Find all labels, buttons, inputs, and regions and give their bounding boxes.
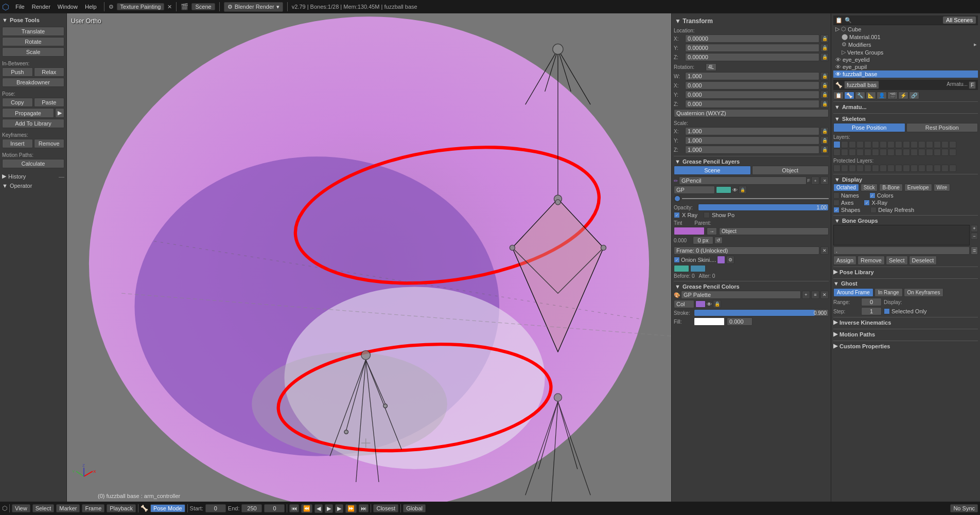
next-key-btn[interactable]: ⏩ <box>345 504 357 513</box>
layer-cell-11[interactable] <box>911 141 918 148</box>
workspace-close[interactable]: ✕ <box>167 4 172 10</box>
layer-cell-28[interactable] <box>918 149 925 156</box>
col-field[interactable]: Col <box>674 300 694 308</box>
col-color-swatch[interactable] <box>695 300 706 308</box>
layer-cell-16[interactable] <box>949 141 956 148</box>
location-y-field[interactable]: 0.00000 <box>685 44 819 52</box>
remove-keyframe-button[interactable]: Remove <box>34 139 65 148</box>
layer-cell-14[interactable] <box>934 141 941 148</box>
col-lock-btn[interactable]: 🔒 <box>713 300 721 308</box>
prot-layer-16[interactable] <box>949 165 956 172</box>
layer-cell-29[interactable] <box>926 149 933 156</box>
location-x-lock[interactable]: 🔒 <box>820 34 829 43</box>
opacity-slider[interactable]: 1.00 <box>698 204 829 211</box>
rotation-z-lock[interactable]: 🔒 <box>820 100 829 108</box>
gp-pencil-field[interactable]: GPencil <box>679 176 807 185</box>
bone-group-name-field[interactable]: . <box>833 246 970 255</box>
bone-group-list[interactable] <box>833 225 970 245</box>
all-scenes-tab[interactable]: All Scenes <box>943 16 976 24</box>
layer-cell-26[interactable] <box>903 149 910 156</box>
gp-layers-toggle[interactable]: ▼ <box>675 158 680 165</box>
gp-colors-toggle[interactable]: ▼ <box>675 283 680 290</box>
gp-palette-delete[interactable]: ✕ <box>820 291 829 299</box>
play-btn[interactable]: ▶ <box>325 504 333 513</box>
tint-color-swatch[interactable] <box>674 227 705 235</box>
blender-logo[interactable]: ⬡ <box>2 2 9 12</box>
layer-cell-17[interactable] <box>833 149 841 156</box>
prot-layer-6[interactable] <box>872 165 879 172</box>
layer-cell-12[interactable] <box>918 141 925 148</box>
location-z-field[interactable]: 0.00000 <box>685 53 819 61</box>
gp-palette-add[interactable]: + <box>802 291 810 299</box>
rotation-4l-badge[interactable]: 4L <box>706 63 716 71</box>
col-eye-icon[interactable]: 👁 <box>707 301 712 307</box>
fill-color-swatch[interactable] <box>694 317 725 326</box>
layer-cell-21[interactable] <box>864 149 871 156</box>
operator-header[interactable]: ▼ Operator <box>2 181 64 190</box>
scene-label[interactable]: Scene <box>191 3 215 10</box>
gp-layer-lock[interactable]: 🔒 <box>739 186 747 194</box>
deselect-bg-btn[interactable]: Deselect <box>909 256 937 265</box>
remove-bg-btn[interactable]: Remove <box>857 256 885 265</box>
prop-tab-3[interactable]: 🔧 <box>855 92 865 99</box>
motion-paths-section-header[interactable]: ▶ Motion Paths <box>833 329 978 339</box>
propagate-button[interactable]: Propagate <box>2 108 54 118</box>
start-frame-input[interactable]: 0 <box>205 504 226 512</box>
list-item[interactable]: ▷ Vertex Groups <box>833 48 978 56</box>
prot-layer-8[interactable] <box>887 165 895 172</box>
gp-palette-field[interactable]: GP Palette <box>681 291 801 299</box>
layer-cell-32[interactable] <box>949 149 956 156</box>
bone-group-del-btn[interactable]: − <box>971 233 978 240</box>
jump-start-btn[interactable]: ⏮ <box>289 504 299 512</box>
rotation-z-field[interactable]: 0.000 <box>685 100 819 108</box>
workspace-name[interactable]: Texture Painting <box>117 3 165 10</box>
xray-arm-checkbox[interactable]: ✓ <box>864 200 870 206</box>
location-x-field[interactable]: 0.00000 <box>685 34 819 43</box>
bone-groups-toggle[interactable]: ▼ <box>834 218 840 224</box>
bone-group-add-btn[interactable]: + <box>971 225 978 232</box>
tint-value-field[interactable]: 0 px <box>693 236 713 244</box>
select-bg-btn[interactable]: Select <box>886 256 908 265</box>
layer-cell-13[interactable] <box>926 141 933 148</box>
menu-file[interactable]: File <box>12 3 28 11</box>
prev-key-btn[interactable]: ⏪ <box>301 504 312 513</box>
prot-layer-7[interactable] <box>880 165 887 172</box>
stroke-slider[interactable]: 0.900 <box>694 309 829 316</box>
armature-section-toggle[interactable]: ▼ <box>834 104 840 110</box>
list-item[interactable]: 👁 eye_eyelid <box>833 56 978 63</box>
stick-btn[interactable]: Stick <box>861 184 878 191</box>
rest-position-btn[interactable]: Rest Position <box>906 123 978 132</box>
delay-checkbox[interactable] <box>870 207 877 213</box>
prot-layer-15[interactable] <box>941 165 949 172</box>
prot-layer-13[interactable] <box>926 165 933 172</box>
push-button[interactable]: Push <box>2 67 33 77</box>
rotation-y-field[interactable]: 0.000 <box>685 91 819 99</box>
layer-cell-2[interactable] <box>841 141 848 148</box>
prot-layer-4[interactable] <box>856 165 864 172</box>
select-bottom-btn[interactable]: Select <box>32 504 55 512</box>
layer-cell-7[interactable] <box>880 141 887 148</box>
pose-position-btn[interactable]: Pose Position <box>833 123 905 132</box>
add-to-library-button[interactable]: Add To Library <box>2 119 64 128</box>
layer-cell-20[interactable] <box>856 149 864 156</box>
shapes-checkbox[interactable]: ✓ <box>833 207 839 213</box>
layer-cell-5[interactable] <box>864 141 871 148</box>
layer-cell-9[interactable] <box>895 141 902 148</box>
scale-x-lock[interactable]: 🔒 <box>820 127 829 135</box>
propagate-arrow[interactable]: ▶ <box>55 108 64 118</box>
frame-lock-btn[interactable]: ✕ <box>820 246 829 255</box>
location-y-lock[interactable]: 🔒 <box>820 44 829 52</box>
layer-cell-24[interactable] <box>887 149 895 156</box>
translate-button[interactable]: Translate <box>2 27 64 36</box>
relax-button[interactable]: Relax <box>34 67 65 77</box>
axes-checkbox[interactable] <box>833 200 839 206</box>
rotate-button[interactable]: Rotate <box>2 37 64 46</box>
armature-f-btn[interactable]: F <box>969 81 976 89</box>
object-tab-btn[interactable]: Object <box>752 166 829 175</box>
global-btn[interactable]: Global <box>403 504 426 512</box>
colors-checkbox[interactable]: ✓ <box>869 192 876 199</box>
scale-z-field[interactable]: 1.000 <box>685 146 819 154</box>
layer-cell-10[interactable] <box>903 141 910 148</box>
bottom-icon-1[interactable]: ⬡ <box>2 505 7 512</box>
layer-cell-31[interactable] <box>941 149 949 156</box>
